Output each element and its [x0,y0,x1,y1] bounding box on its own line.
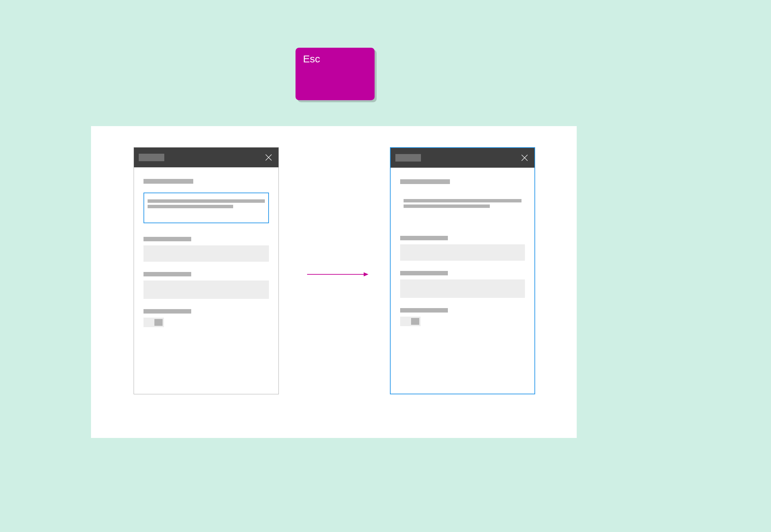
label-placeholder [143,272,191,276]
input-field[interactable] [400,244,525,261]
svg-marker-3 [364,272,368,276]
close-button[interactable] [263,152,274,163]
toggle-switch[interactable] [400,317,421,326]
input-field[interactable] [143,245,269,262]
description-field-focused[interactable] [143,193,269,223]
toggle-knob [154,319,163,326]
toggle-switch[interactable] [143,318,164,327]
description-field[interactable] [400,193,525,222]
dialog-titlebar [134,148,278,167]
input-field[interactable] [400,279,525,298]
label-placeholder [400,271,448,275]
arrow-icon [307,271,368,278]
close-icon [264,153,273,162]
label-placeholder [143,309,191,314]
label-placeholder [143,237,191,241]
esc-key[interactable]: Esc [296,48,375,100]
label-placeholder [400,236,448,240]
text-line [404,199,521,202]
heading-placeholder [143,179,193,184]
heading-placeholder [400,179,450,184]
label-placeholder [400,308,448,313]
input-field[interactable] [143,280,269,299]
dialog-titlebar [391,148,534,168]
text-line [148,205,233,208]
text-line [148,199,265,203]
transition-arrow [307,271,368,278]
close-icon [520,153,529,162]
title-placeholder [139,154,164,161]
dialog-after [390,147,535,394]
toggle-knob [411,318,419,325]
title-placeholder [395,154,421,162]
esc-key-label: Esc [303,53,320,64]
text-line [404,204,490,208]
dialog-body [134,167,278,327]
diagram-stage [91,126,577,438]
dialog-body [391,168,534,326]
dialog-before [134,147,279,394]
close-button[interactable] [519,153,530,163]
